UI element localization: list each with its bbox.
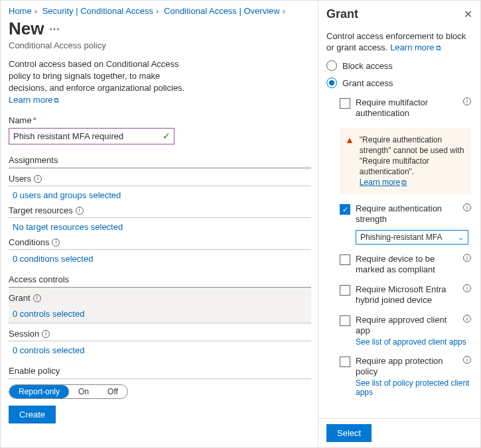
radio-icon <box>326 78 337 88</box>
checkmark-icon: ✓ <box>163 131 171 141</box>
session-label: Session <box>9 329 39 339</box>
radio-grant-access[interactable]: Grant access <box>326 78 476 88</box>
required-icon: * <box>33 115 36 125</box>
checkbox-app-protection[interactable] <box>340 357 350 367</box>
grant-label: Grant <box>9 293 31 303</box>
checkbox-compliant[interactable] <box>340 254 350 265</box>
checkbox-hybrid[interactable] <box>340 285 350 296</box>
warning-learn-more-link[interactable]: Learn more⧉ <box>360 178 407 187</box>
label-compliant: Require device to be marked as compliant <box>356 254 458 275</box>
assignments-header: Assignments <box>9 155 311 168</box>
radio-block-access[interactable]: Block access <box>326 60 476 71</box>
external-link-icon: ⧉ <box>436 44 441 52</box>
breadcrumb-security[interactable]: Security | Conditional Access <box>42 6 153 16</box>
info-icon[interactable]: i <box>463 254 471 262</box>
learn-more-link[interactable]: Learn more⧉ <box>9 95 59 105</box>
auth-strength-dropdown[interactable]: Phishing-resistant MFA ⌄ <box>356 230 468 245</box>
info-icon[interactable]: i <box>463 97 471 105</box>
panel-title: Grant <box>326 7 358 21</box>
enable-policy-toggle[interactable]: Report-only On Off <box>9 384 128 399</box>
warning-box: ▲ "Require authentication strength" cann… <box>340 128 471 194</box>
pill-off[interactable]: Off <box>98 385 127 398</box>
checkbox-auth-strength[interactable]: ✓ <box>340 204 350 215</box>
info-icon[interactable]: i <box>463 315 471 323</box>
select-button[interactable]: Select <box>326 424 372 442</box>
more-icon[interactable]: ⋯ <box>49 23 60 35</box>
label-auth-strength: Require authentication strength <box>356 203 458 225</box>
external-link-icon: ⧉ <box>54 96 59 104</box>
checkbox-mfa[interactable] <box>340 98 350 109</box>
conditions-value-link[interactable]: 0 conditions selected <box>13 254 93 264</box>
conditions-label: Conditions <box>9 237 49 247</box>
pill-on[interactable]: On <box>69 385 98 398</box>
name-input[interactable] <box>9 128 174 144</box>
grant-panel: Grant ✕ Control access enforcement to bl… <box>318 1 480 447</box>
enable-policy-label: Enable policy <box>9 366 311 379</box>
access-controls-header: Access controls <box>9 274 311 288</box>
page-title: New <box>9 19 44 39</box>
chevron-down-icon: ⌄ <box>458 233 464 242</box>
breadcrumb-overview[interactable]: Conditional Access | Overview <box>164 6 280 16</box>
breadcrumb: Home› Security | Conditional Access› Con… <box>9 6 311 16</box>
users-value-link[interactable]: 0 users and groups selected <box>13 190 121 200</box>
close-icon[interactable]: ✕ <box>464 8 472 21</box>
panel-learn-more-link[interactable]: Learn more⧉ <box>390 42 441 52</box>
external-link-icon: ⧉ <box>401 178 407 186</box>
create-button[interactable]: Create <box>9 406 56 423</box>
label-app-protection: Require app protection policy <box>356 356 458 377</box>
targets-label: Target resources <box>9 205 73 215</box>
name-label: Name <box>9 115 32 125</box>
grant-value-link[interactable]: 0 controls selected <box>13 309 84 319</box>
users-label: Users <box>9 174 31 184</box>
info-icon[interactable]: i <box>52 239 60 247</box>
info-icon[interactable]: i <box>463 284 471 292</box>
session-value-link[interactable]: 0 controls selected <box>13 345 84 355</box>
app-protection-link[interactable]: See list of policy protected client apps <box>356 378 476 397</box>
info-icon[interactable]: i <box>463 203 471 211</box>
intro-text: Control access based on Conditional Acce… <box>9 59 184 93</box>
info-icon[interactable]: i <box>76 207 84 215</box>
label-mfa: Require multifactor authentication <box>356 97 458 119</box>
checkbox-approved-app[interactable] <box>340 315 350 326</box>
breadcrumb-home[interactable]: Home <box>9 6 32 16</box>
targets-value-link[interactable]: No target resources selected <box>13 222 123 232</box>
pill-report-only[interactable]: Report-only <box>9 385 69 398</box>
info-icon[interactable]: i <box>33 294 41 302</box>
label-hybrid: Require Microsoft Entra hybrid joined de… <box>356 284 458 306</box>
info-icon[interactable]: i <box>34 175 42 183</box>
page-subtitle: Conditional Access policy <box>9 40 311 50</box>
label-approved-app: Require approved client app <box>356 315 458 336</box>
radio-icon <box>326 60 337 71</box>
approved-apps-link[interactable]: See list of approved client apps <box>356 337 476 347</box>
warning-icon: ▲ <box>345 135 354 188</box>
info-icon[interactable]: i <box>42 330 50 338</box>
info-icon[interactable]: i <box>463 356 471 364</box>
